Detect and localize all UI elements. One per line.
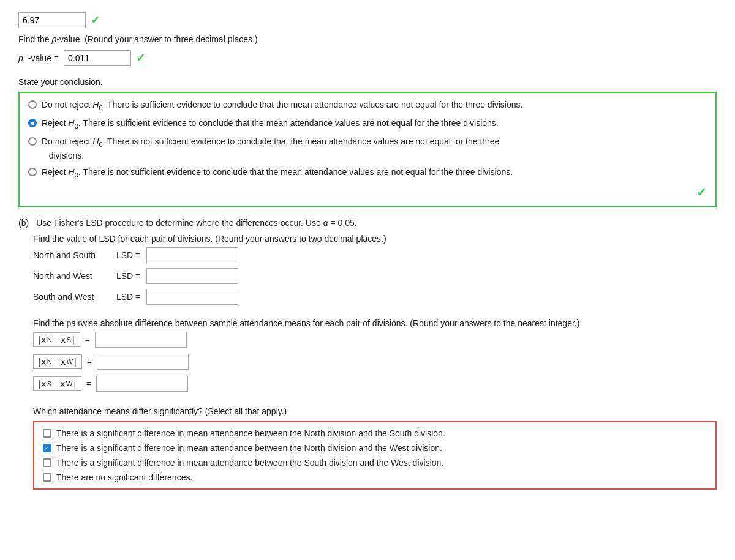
lsd-eq-north-west: LSD = <box>116 271 140 281</box>
value-input[interactable] <box>18 12 86 28</box>
checkbox-row-2[interactable]: There is a significant difference in mea… <box>43 443 707 453</box>
p-value-check-icon: ✓ <box>136 51 145 65</box>
part-b-section: (b) Use Fisher's LSD procedure to determ… <box>18 218 717 490</box>
lsd-input-north-south[interactable] <box>146 247 238 263</box>
checkbox-label-3: There is a significant difference in mea… <box>56 458 443 468</box>
conclusion-check-corner: ✓ <box>28 185 707 200</box>
conclusion-option-2[interactable]: Reject H0. There is sufficient evidence … <box>28 118 707 131</box>
abs-row-nw: |x̄N − x̄W| = <box>33 354 717 370</box>
lsd-pair-north-west: North and West <box>33 271 113 281</box>
abs-eq-ns: = <box>85 335 90 345</box>
lsd-pair-north-south: North and South <box>33 250 113 260</box>
conclusion-heading: State your conclusion. <box>18 77 717 87</box>
conclusion-option-4-text: Reject H0. There is not sufficient evide… <box>42 166 513 180</box>
conclusion-option-3[interactable]: Do not reject H0. There is not sufficien… <box>28 136 707 162</box>
abs-eq-sw: = <box>86 379 91 389</box>
conclusion-option-1-text: Do not reject H0. There is sufficient ev… <box>42 99 522 113</box>
lsd-heading: Find the value of LSD for each pair of d… <box>33 234 717 244</box>
conclusion-options-box: Do not reject H0. There is sufficient ev… <box>18 92 717 207</box>
radio-option-1[interactable] <box>28 100 37 109</box>
radio-option-4[interactable] <box>28 168 37 176</box>
checkbox-4[interactable] <box>43 473 51 482</box>
checkbox-label-1: There is a significant difference in mea… <box>56 428 445 438</box>
abs-label-ns: |x̄N − x̄S| <box>33 332 80 347</box>
lsd-eq-north-south: LSD = <box>116 250 140 260</box>
abs-row-ns: |x̄N − x̄S| = <box>33 332 717 348</box>
p-value-row: Find the p-value. (Round your answer to … <box>18 34 717 44</box>
p-value-section: Find the p-value. (Round your answer to … <box>18 34 717 66</box>
part-b-description: Use Fisher's LSD procedure to determine … <box>36 218 357 228</box>
value-check-icon: ✓ <box>91 13 100 27</box>
abs-input-nw[interactable] <box>97 354 189 370</box>
abs-input-ns[interactable] <box>95 332 187 348</box>
p-value-label: p <box>18 53 23 63</box>
p-value-eq: -value = <box>28 53 59 63</box>
conclusion-option-1[interactable]: Do not reject H0. There is sufficient ev… <box>28 99 707 113</box>
checkbox-2[interactable] <box>43 444 51 452</box>
checkbox-row-3[interactable]: There is a significant difference in mea… <box>43 458 707 468</box>
abs-input-sw[interactable] <box>96 376 188 392</box>
checkbox-1[interactable] <box>43 429 51 438</box>
lsd-input-north-west[interactable] <box>146 268 238 284</box>
lsd-eq-south-west: LSD = <box>116 292 140 302</box>
lsd-row-south-west: South and West LSD = <box>33 289 717 305</box>
lsd-input-south-west[interactable] <box>146 289 238 305</box>
conclusion-option-4[interactable]: Reject H0. There is not sufficient evide… <box>28 166 707 180</box>
checkbox-label-2: There is a significant difference in mea… <box>56 443 442 453</box>
part-b-label: (b) <box>18 218 29 228</box>
find-p-value-label: Find the p-value. (Round your answer to … <box>18 34 258 44</box>
abs-label-nw: |x̄N − x̄W| <box>33 354 82 369</box>
value-row: ✓ <box>18 12 717 28</box>
p-value-input-row: p-value = ✓ <box>18 50 717 66</box>
lsd-pair-south-west: South and West <box>33 292 113 302</box>
part-b-header: (b) Use Fisher's LSD procedure to determ… <box>18 218 717 228</box>
radio-option-2[interactable] <box>28 119 37 127</box>
checkbox-row-1[interactable]: There is a significant difference in mea… <box>43 428 707 438</box>
lsd-row-north-south: North and South LSD = <box>33 247 717 263</box>
abs-row-sw: |x̄S − x̄W| = <box>33 376 717 392</box>
checkbox-label-4: There are no significant differences. <box>56 472 192 482</box>
conclusion-check-icon: ✓ <box>696 185 707 200</box>
abs-eq-nw: = <box>87 357 92 367</box>
conclusion-option-2-text: Reject H0. There is sufficient evidence … <box>42 118 499 131</box>
part-b-content: Find the value of LSD for each pair of d… <box>33 234 717 490</box>
radio-option-3[interactable] <box>28 137 37 146</box>
lsd-row-north-west: North and West LSD = <box>33 268 717 284</box>
abs-label-sw: |x̄S − x̄W| <box>33 376 81 391</box>
checkbox-row-4[interactable]: There are no significant differences. <box>43 472 707 482</box>
checkbox-3[interactable] <box>43 458 51 467</box>
which-checkbox-box: There is a significant difference in mea… <box>33 421 717 490</box>
which-heading: Which attendance means differ significan… <box>33 406 717 416</box>
conclusion-option-3-text: Do not reject H0. There is not sufficien… <box>42 136 499 162</box>
abs-heading: Find the pairwise absolute difference be… <box>33 318 584 328</box>
p-value-input[interactable] <box>64 50 131 66</box>
conclusion-section: State your conclusion. Do not reject H0.… <box>18 77 717 207</box>
